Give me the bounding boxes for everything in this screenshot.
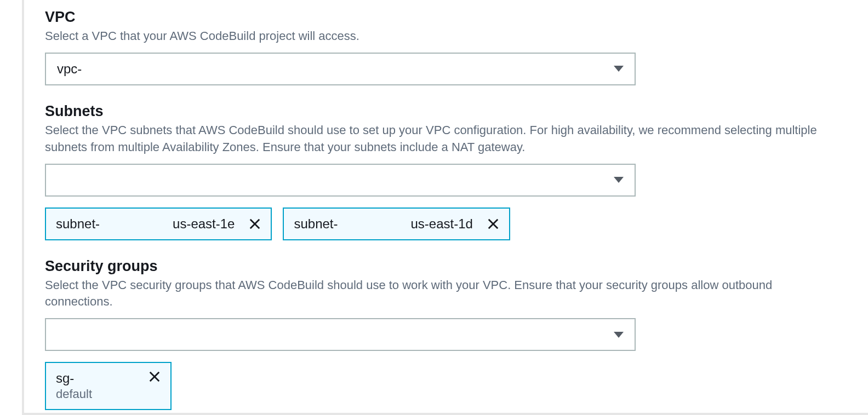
remove-subnet-button[interactable]	[487, 218, 499, 230]
subnet-chip-id: subnet-	[56, 216, 100, 232]
subnet-chip: subnet- us-east-1d	[283, 208, 510, 240]
close-icon	[487, 218, 499, 230]
vpc-label: VPC	[45, 8, 868, 27]
remove-subnet-button[interactable]	[249, 218, 261, 230]
security-group-chip: sg- default	[45, 362, 172, 410]
subnets-field-group: Subnets Select the VPC subnets that AWS …	[45, 102, 868, 240]
vpc-field-group: VPC Select a VPC that your AWS CodeBuild…	[45, 0, 868, 85]
vpc-dropdown[interactable]: vpc-	[45, 53, 636, 85]
security-groups-dropdown[interactable]	[45, 318, 636, 351]
security-groups-label: Security groups	[45, 257, 868, 276]
security-group-chip-id: sg-	[56, 371, 92, 386]
vpc-config-panel: VPC Select a VPC that your AWS CodeBuild…	[22, 0, 868, 415]
subnet-chip: subnet- us-east-1e	[45, 208, 272, 240]
subnet-chip-az: us-east-1d	[411, 216, 473, 232]
chevron-down-icon	[614, 332, 624, 338]
chevron-down-icon	[614, 177, 624, 183]
security-group-chip-body: sg- default	[56, 371, 92, 401]
vpc-description: Select a VPC that your AWS CodeBuild pro…	[45, 28, 840, 45]
subnet-chips: subnet- us-east-1e subnet- us-east-1d	[45, 208, 868, 240]
remove-security-group-button[interactable]	[149, 371, 161, 383]
subnets-label: Subnets	[45, 102, 868, 121]
security-group-chips: sg- default	[45, 362, 868, 410]
subnets-description: Select the VPC subnets that AWS CodeBuil…	[45, 122, 840, 156]
security-groups-description: Select the VPC security groups that AWS …	[45, 277, 840, 311]
subnets-dropdown[interactable]	[45, 164, 636, 197]
subnet-chip-id: subnet-	[294, 216, 338, 232]
vpc-dropdown-value: vpc-	[57, 61, 614, 77]
subnet-chip-az: us-east-1e	[173, 216, 235, 232]
chevron-down-icon	[614, 66, 624, 72]
close-icon	[149, 371, 161, 383]
security-groups-field-group: Security groups Select the VPC security …	[45, 257, 868, 411]
close-icon	[249, 218, 261, 230]
security-group-chip-name: default	[56, 387, 92, 401]
